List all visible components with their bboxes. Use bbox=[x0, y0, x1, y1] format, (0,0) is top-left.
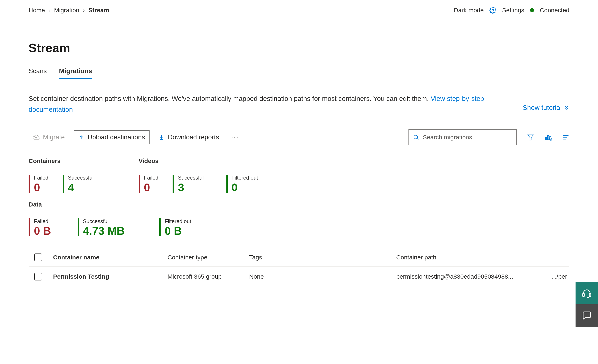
metric-videos-filtered: Filtered out 0 bbox=[226, 175, 258, 193]
svg-rect-18 bbox=[589, 294, 591, 296]
breadcrumb-current: Stream bbox=[88, 7, 109, 14]
col-container-type[interactable]: Container type bbox=[167, 254, 249, 261]
search-input[interactable] bbox=[423, 134, 512, 141]
search-icon bbox=[413, 134, 419, 140]
page-title: Stream bbox=[29, 41, 569, 55]
more-actions-button[interactable]: ··· bbox=[228, 134, 242, 141]
upload-icon bbox=[78, 134, 84, 140]
metric-containers-successful: Successful 4 bbox=[63, 175, 94, 193]
svg-point-0 bbox=[492, 9, 494, 11]
metric-label: Successful bbox=[178, 175, 204, 181]
metric-label: Failed bbox=[34, 175, 48, 181]
chevron-right-icon: › bbox=[83, 7, 85, 14]
stats-title-data: Data bbox=[29, 201, 569, 208]
cell-container-path: permissiontesting@a830edad905084988... bbox=[396, 273, 551, 280]
download-label: Download reports bbox=[168, 133, 219, 141]
migrate-label: Migrate bbox=[43, 133, 65, 141]
col-tags[interactable]: Tags bbox=[249, 254, 396, 261]
chat-icon bbox=[582, 311, 592, 321]
cell-container-name: Permission Testing bbox=[53, 273, 167, 280]
stats-title-videos: Videos bbox=[139, 157, 258, 165]
svg-line-7 bbox=[417, 138, 418, 140]
metric-data-successful: Successful 4.73 MB bbox=[78, 218, 125, 236]
show-tutorial-button[interactable]: Show tutorial bbox=[523, 102, 569, 113]
feedback-button[interactable] bbox=[575, 304, 598, 327]
status-dot-icon bbox=[530, 8, 534, 12]
metric-label: Failed bbox=[34, 218, 51, 224]
metric-containers-failed: Failed 0 bbox=[29, 175, 48, 193]
list-settings-icon[interactable] bbox=[562, 134, 569, 141]
col-container-name[interactable]: Container name bbox=[53, 254, 167, 261]
tabs: Scans Migrations bbox=[29, 67, 569, 79]
stats-containers: Containers Failed 0 Successful 4 bbox=[29, 157, 94, 193]
metric-value: 0 bbox=[34, 182, 48, 193]
stats-data: Data Failed 0 B Successful 4.73 MB Fil bbox=[29, 201, 569, 236]
svg-point-6 bbox=[414, 135, 418, 139]
svg-rect-17 bbox=[583, 294, 584, 296]
metric-videos-failed: Failed 0 bbox=[139, 175, 158, 193]
metric-value: 0 bbox=[144, 182, 158, 193]
metric-label: Failed bbox=[144, 175, 158, 181]
table-row[interactable]: Permission Testing Microsoft 365 group N… bbox=[29, 266, 569, 287]
metric-label: Filtered out bbox=[165, 218, 191, 224]
metric-data-filtered: Filtered out 0 B bbox=[159, 218, 191, 236]
download-reports-button[interactable]: Download reports bbox=[154, 131, 223, 144]
svg-rect-9 bbox=[546, 137, 547, 140]
metric-label: Successful bbox=[68, 175, 94, 181]
cell-tags: None bbox=[249, 273, 396, 280]
migrations-table: Container name Container type Tags Conta… bbox=[29, 248, 569, 287]
headset-icon bbox=[582, 288, 592, 298]
page-description: Set container destination paths with Mig… bbox=[29, 93, 508, 115]
settings-link[interactable]: Settings bbox=[502, 7, 524, 14]
cell-dest: .../per bbox=[551, 273, 592, 280]
metric-value: 0 B bbox=[165, 225, 191, 236]
metric-label: Successful bbox=[83, 218, 125, 224]
breadcrumb: Home › Migration › Stream bbox=[29, 7, 109, 14]
cell-container-type: Microsoft 365 group bbox=[167, 273, 249, 280]
row-checkbox[interactable] bbox=[34, 273, 42, 281]
table-header: Container name Container type Tags Conta… bbox=[29, 248, 569, 266]
svg-line-13 bbox=[552, 140, 552, 141]
breadcrumb-home[interactable]: Home bbox=[29, 7, 45, 14]
gear-icon[interactable] bbox=[489, 7, 496, 14]
chart-icon[interactable] bbox=[545, 134, 552, 141]
dark-mode-toggle[interactable]: Dark mode bbox=[454, 7, 484, 14]
metric-videos-successful: Successful 3 bbox=[173, 175, 204, 193]
upload-destinations-button[interactable]: Upload destinations bbox=[74, 130, 150, 144]
support-button[interactable] bbox=[575, 282, 598, 304]
search-input-wrapper[interactable] bbox=[408, 129, 517, 145]
cloud-upload-icon bbox=[33, 134, 40, 141]
tab-migrations[interactable]: Migrations bbox=[59, 67, 92, 79]
chevron-double-down-icon bbox=[564, 105, 569, 110]
metric-label: Filtered out bbox=[231, 175, 258, 181]
stats-videos: Videos Failed 0 Successful 3 bbox=[139, 157, 258, 193]
svg-rect-10 bbox=[548, 135, 549, 140]
metric-value: 3 bbox=[178, 182, 204, 193]
metric-value: 0 bbox=[231, 182, 258, 193]
select-all-checkbox[interactable] bbox=[34, 254, 42, 261]
svg-marker-8 bbox=[528, 135, 533, 140]
metric-value: 4.73 MB bbox=[83, 225, 125, 236]
show-tutorial-label: Show tutorial bbox=[523, 102, 562, 113]
connection-status: Connected bbox=[540, 7, 569, 14]
breadcrumb-migration[interactable]: Migration bbox=[54, 7, 79, 14]
metric-value: 4 bbox=[68, 182, 94, 193]
chevron-right-icon: › bbox=[49, 7, 50, 14]
stats-title-containers: Containers bbox=[29, 157, 94, 165]
upload-label: Upload destinations bbox=[88, 133, 145, 141]
filter-icon[interactable] bbox=[527, 134, 534, 141]
download-icon bbox=[158, 134, 165, 140]
metric-value: 0 B bbox=[34, 225, 51, 236]
migrate-button: Migrate bbox=[29, 131, 69, 144]
col-container-path[interactable]: Container path bbox=[396, 254, 551, 261]
tab-scans[interactable]: Scans bbox=[29, 67, 47, 79]
metric-data-failed: Failed 0 B bbox=[29, 218, 51, 236]
desc-text: Set container destination paths with Mig… bbox=[29, 95, 431, 102]
